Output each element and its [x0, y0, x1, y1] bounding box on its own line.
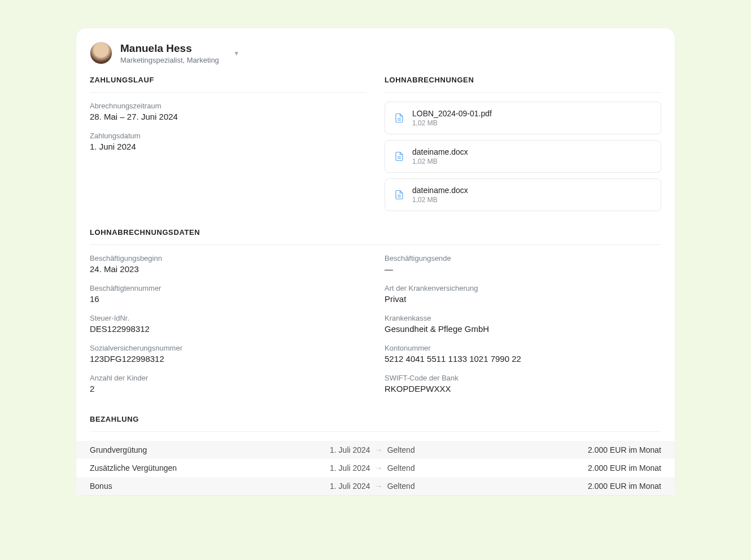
file-item[interactable]: dateiname.docx1,02 MB	[385, 140, 661, 173]
field-value: 2	[90, 384, 366, 393]
data-field: SWIFT-Code der BankRKOPDEPWXXX	[385, 374, 661, 393]
pay-to: Geltend	[387, 445, 415, 454]
file-size: 1,02 MB	[412, 158, 468, 165]
field-value: RKOPDEPWXXX	[385, 384, 661, 393]
field-zahlungsdatum: Zahlungsdatum 1. Juni 2024	[90, 132, 366, 151]
field-label: SWIFT-Code der Bank	[385, 374, 661, 382]
pay-amount: 2.000 EUR im Monat	[588, 445, 661, 454]
file-name: LOBN_2024-09-01.pdf	[412, 109, 492, 118]
field-label: Beschäftigungsende	[385, 254, 661, 262]
section-title-lohnabrechnungsdaten: LOHNABRECHNUNGSDATEN	[90, 228, 661, 245]
pay-dates: 1. Juli 2024 → Geltend	[330, 482, 415, 491]
pay-amount: 2.000 EUR im Monat	[588, 463, 661, 473]
file-size: 1,02 MB	[412, 119, 492, 127]
data-field: Beschäftigungsbeginn24. Mai 2023	[90, 254, 366, 274]
field-value: 5212 4041 5511 1133 1021 7990 22	[385, 354, 661, 364]
pay-to: Geltend	[387, 482, 415, 491]
section-title-lohnabrechnungen: LOHNABRECHNUNGEN	[385, 76, 661, 93]
file-name: dateiname.docx	[412, 186, 468, 195]
employee-header[interactable]: Manuela Hess Marketingspezialist, Market…	[90, 42, 661, 76]
field-value: 24. Mai 2023	[90, 264, 366, 274]
bezahlung-section: BEZAHLUNG Grundvergütung 1. Juli 2024 → …	[90, 415, 661, 495]
arrow-right-icon: →	[375, 482, 383, 491]
file-name: dateiname.docx	[412, 147, 468, 156]
field-label: Krankenkasse	[385, 314, 661, 322]
zahlungslauf-section: ZAHLUNGSLAUF Abrechnungszeitraum 28. Mai…	[90, 76, 366, 217]
avatar	[90, 42, 112, 64]
section-title-zahlungslauf: ZAHLUNGSLAUF	[90, 76, 366, 93]
pay-row[interactable]: Zusätzliche Vergütungen 1. Juli 2024 → G…	[76, 459, 675, 477]
arrow-right-icon: →	[375, 463, 383, 473]
pay-to: Geltend	[387, 463, 415, 473]
field-label: Anzahl der Kinder	[90, 374, 366, 382]
field-label: Beschäftigtennummer	[90, 284, 366, 292]
pay-label: Grundvergütung	[90, 445, 330, 454]
employee-role: Marketingspezialist, Marketing	[120, 56, 219, 64]
document-icon	[394, 189, 404, 201]
pay-row[interactable]: Bonus 1. Juli 2024 → Geltend 2.000 EUR i…	[76, 477, 675, 495]
data-field: Beschäftigtennummer16	[90, 284, 366, 304]
document-icon	[394, 150, 404, 163]
pay-amount: 2.000 EUR im Monat	[588, 482, 661, 491]
data-field: Anzahl der Kinder2	[90, 374, 366, 393]
payroll-card: Manuela Hess Marketingspezialist, Market…	[76, 28, 675, 495]
pay-label: Zusätzliche Vergütungen	[90, 463, 330, 473]
field-label: Sozialversicherungsnummer	[90, 344, 366, 352]
file-size: 1,02 MB	[412, 196, 468, 204]
field-abrechnungszeitraum: Abrechnungszeitraum 28. Mai – 27. Juni 2…	[90, 102, 366, 121]
field-label: Kontonummer	[385, 344, 661, 352]
pay-row[interactable]: Grundvergütung 1. Juli 2024 → Geltend 2.…	[76, 441, 675, 459]
field-label: Abrechnungszeitraum	[90, 102, 366, 110]
field-value: 123DFG122998312	[90, 354, 366, 364]
data-field: KrankenkasseGesundheit & Pflege GmbH	[385, 314, 661, 334]
section-title-bezahlung: BEZAHLUNG	[90, 415, 661, 432]
pay-from: 1. Juli 2024	[330, 482, 370, 491]
field-label: Steuer-IdNr.	[90, 314, 366, 322]
document-icon	[394, 112, 404, 124]
field-value: DES122998312	[90, 324, 366, 334]
data-field: Beschäftigungsende—	[385, 254, 661, 274]
field-value: —	[385, 264, 661, 274]
field-value: 28. Mai – 27. Juni 2024	[90, 112, 366, 121]
chevron-down-icon[interactable]: ▼	[234, 50, 239, 56]
field-label: Zahlungsdatum	[90, 132, 366, 140]
data-field: Sozialversicherungsnummer123DFG122998312	[90, 344, 366, 364]
arrow-right-icon: →	[375, 445, 383, 454]
file-item[interactable]: dateiname.docx1,02 MB	[385, 178, 661, 211]
data-field: Steuer-IdNr.DES122998312	[90, 314, 366, 334]
field-label: Art der Krankenversicherung	[385, 284, 661, 292]
field-value: 16	[90, 294, 366, 304]
field-label: Beschäftigungsbeginn	[90, 254, 366, 262]
data-field: Kontonummer5212 4041 5511 1133 1021 7990…	[385, 344, 661, 364]
lohnabrechnungen-section: LOHNABRECHNUNGEN LOBN_2024-09-01.pdf1,02…	[385, 76, 661, 217]
pay-dates: 1. Juli 2024 → Geltend	[330, 445, 415, 454]
field-value: 1. Juni 2024	[90, 142, 366, 151]
file-item[interactable]: LOBN_2024-09-01.pdf1,02 MB	[385, 102, 661, 134]
pay-label: Bonus	[90, 482, 330, 491]
data-field: Art der KrankenversicherungPrivat	[385, 284, 661, 304]
lohnabrechnungsdaten-section: LOHNABRECHNUNGSDATEN Beschäftigungsbegin…	[90, 228, 661, 404]
pay-from: 1. Juli 2024	[330, 445, 370, 454]
field-value: Gesundheit & Pflege GmbH	[385, 324, 661, 334]
pay-dates: 1. Juli 2024 → Geltend	[330, 463, 415, 473]
field-value: Privat	[385, 294, 661, 304]
pay-from: 1. Juli 2024	[330, 463, 370, 473]
employee-name: Manuela Hess	[120, 42, 219, 55]
